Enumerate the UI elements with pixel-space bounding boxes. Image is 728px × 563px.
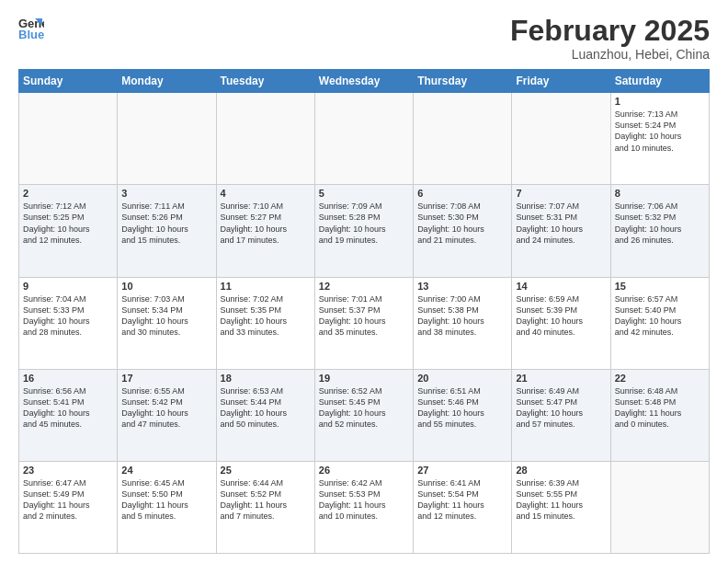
day-info: Sunrise: 6:57 AM Sunset: 5:40 PM Dayligh… — [615, 293, 705, 339]
table-row — [314, 93, 413, 185]
calendar-week-row: 23Sunrise: 6:47 AM Sunset: 5:49 PM Dayli… — [19, 461, 710, 553]
calendar-table: Sunday Monday Tuesday Wednesday Thursday… — [18, 69, 710, 554]
header-thursday: Thursday — [414, 70, 512, 93]
day-info: Sunrise: 7:07 AM Sunset: 5:31 PM Dayligh… — [516, 201, 606, 246]
header-monday: Monday — [118, 70, 216, 93]
day-info: Sunrise: 6:48 AM Sunset: 5:48 PM Dayligh… — [615, 385, 705, 431]
day-number: 5 — [319, 188, 409, 199]
day-number: 28 — [516, 465, 606, 476]
svg-text:Blue: Blue — [18, 28, 44, 40]
calendar-week-row: 1Sunrise: 7:13 AM Sunset: 5:24 PM Daylig… — [19, 93, 710, 185]
day-info: Sunrise: 6:59 AM Sunset: 5:39 PM Dayligh… — [516, 293, 606, 339]
day-number: 7 — [516, 188, 606, 199]
day-info: Sunrise: 6:53 AM Sunset: 5:44 PM Dayligh… — [221, 385, 311, 431]
table-row: 12Sunrise: 7:01 AM Sunset: 5:37 PM Dayli… — [314, 277, 413, 369]
table-row: 20Sunrise: 6:51 AM Sunset: 5:46 PM Dayli… — [414, 369, 512, 461]
day-info: Sunrise: 6:47 AM Sunset: 5:49 PM Dayligh… — [23, 477, 113, 523]
day-number: 14 — [516, 281, 606, 292]
title-block: February 2025 Luanzhou, Hebei, China — [510, 15, 710, 62]
day-number: 25 — [221, 465, 311, 476]
day-number: 9 — [23, 281, 113, 292]
day-number: 21 — [516, 373, 606, 384]
day-info: Sunrise: 6:56 AM Sunset: 5:41 PM Dayligh… — [23, 385, 113, 431]
table-row — [610, 461, 709, 553]
table-row: 19Sunrise: 6:52 AM Sunset: 5:45 PM Dayli… — [314, 369, 413, 461]
calendar-page: General Blue February 2025 Luanzhou, Heb… — [0, 0, 728, 563]
table-row: 25Sunrise: 6:44 AM Sunset: 5:52 PM Dayli… — [216, 461, 314, 553]
day-info: Sunrise: 7:13 AM Sunset: 5:24 PM Dayligh… — [615, 109, 705, 154]
table-row: 24Sunrise: 6:45 AM Sunset: 5:50 PM Dayli… — [118, 461, 216, 553]
day-number: 22 — [615, 373, 705, 384]
day-number: 4 — [221, 188, 311, 199]
table-row: 2Sunrise: 7:12 AM Sunset: 5:25 PM Daylig… — [19, 185, 118, 277]
day-info: Sunrise: 7:03 AM Sunset: 5:34 PM Dayligh… — [121, 293, 211, 339]
table-row: 21Sunrise: 6:49 AM Sunset: 5:47 PM Dayli… — [512, 369, 610, 461]
day-number: 11 — [221, 281, 311, 292]
table-row: 27Sunrise: 6:41 AM Sunset: 5:54 PM Dayli… — [414, 461, 512, 553]
table-row: 4Sunrise: 7:10 AM Sunset: 5:27 PM Daylig… — [216, 185, 314, 277]
table-row: 28Sunrise: 6:39 AM Sunset: 5:55 PM Dayli… — [512, 461, 610, 553]
logo-icon: General Blue — [18, 15, 44, 40]
day-number: 15 — [615, 281, 705, 292]
header-saturday: Saturday — [610, 70, 709, 93]
day-number: 12 — [319, 281, 409, 292]
day-info: Sunrise: 6:41 AM Sunset: 5:54 PM Dayligh… — [417, 477, 507, 523]
table-row — [414, 93, 512, 185]
table-row — [118, 93, 216, 185]
day-info: Sunrise: 7:11 AM Sunset: 5:26 PM Dayligh… — [121, 201, 211, 246]
day-info: Sunrise: 6:49 AM Sunset: 5:47 PM Dayligh… — [516, 385, 606, 431]
header: General Blue February 2025 Luanzhou, Heb… — [18, 15, 710, 62]
table-row — [512, 93, 610, 185]
table-row — [19, 93, 118, 185]
day-number: 27 — [417, 465, 507, 476]
table-row: 7Sunrise: 7:07 AM Sunset: 5:31 PM Daylig… — [512, 185, 610, 277]
month-title: February 2025 — [510, 15, 710, 47]
table-row: 3Sunrise: 7:11 AM Sunset: 5:26 PM Daylig… — [118, 185, 216, 277]
day-number: 13 — [417, 281, 507, 292]
day-number: 17 — [121, 373, 211, 384]
day-info: Sunrise: 7:02 AM Sunset: 5:35 PM Dayligh… — [221, 293, 311, 339]
table-row: 11Sunrise: 7:02 AM Sunset: 5:35 PM Dayli… — [216, 277, 314, 369]
table-row: 14Sunrise: 6:59 AM Sunset: 5:39 PM Dayli… — [512, 277, 610, 369]
day-info: Sunrise: 7:12 AM Sunset: 5:25 PM Dayligh… — [23, 201, 113, 246]
table-row: 6Sunrise: 7:08 AM Sunset: 5:30 PM Daylig… — [414, 185, 512, 277]
header-wednesday: Wednesday — [314, 70, 413, 93]
day-info: Sunrise: 7:06 AM Sunset: 5:32 PM Dayligh… — [615, 201, 705, 246]
day-number: 8 — [615, 188, 705, 199]
day-info: Sunrise: 6:45 AM Sunset: 5:50 PM Dayligh… — [121, 477, 211, 523]
day-number: 2 — [23, 188, 113, 199]
location: Luanzhou, Hebei, China — [510, 47, 710, 62]
day-number: 23 — [23, 465, 113, 476]
table-row: 26Sunrise: 6:42 AM Sunset: 5:53 PM Dayli… — [314, 461, 413, 553]
day-number: 18 — [221, 373, 311, 384]
day-info: Sunrise: 6:39 AM Sunset: 5:55 PM Dayligh… — [516, 477, 606, 523]
table-row: 18Sunrise: 6:53 AM Sunset: 5:44 PM Dayli… — [216, 369, 314, 461]
day-info: Sunrise: 7:09 AM Sunset: 5:28 PM Dayligh… — [319, 201, 409, 246]
logo: General Blue — [18, 15, 44, 40]
day-number: 10 — [121, 281, 211, 292]
day-info: Sunrise: 6:42 AM Sunset: 5:53 PM Dayligh… — [319, 477, 409, 523]
table-row: 23Sunrise: 6:47 AM Sunset: 5:49 PM Dayli… — [19, 461, 118, 553]
day-info: Sunrise: 7:10 AM Sunset: 5:27 PM Dayligh… — [221, 201, 311, 246]
table-row — [216, 93, 314, 185]
day-info: Sunrise: 6:55 AM Sunset: 5:42 PM Dayligh… — [121, 385, 211, 431]
table-row: 8Sunrise: 7:06 AM Sunset: 5:32 PM Daylig… — [610, 185, 709, 277]
day-number: 24 — [121, 465, 211, 476]
day-number: 16 — [23, 373, 113, 384]
day-number: 20 — [417, 373, 507, 384]
day-info: Sunrise: 6:44 AM Sunset: 5:52 PM Dayligh… — [221, 477, 311, 523]
table-row: 10Sunrise: 7:03 AM Sunset: 5:34 PM Dayli… — [118, 277, 216, 369]
calendar-week-row: 16Sunrise: 6:56 AM Sunset: 5:41 PM Dayli… — [19, 369, 710, 461]
header-tuesday: Tuesday — [216, 70, 314, 93]
table-row: 22Sunrise: 6:48 AM Sunset: 5:48 PM Dayli… — [610, 369, 709, 461]
calendar-week-row: 9Sunrise: 7:04 AM Sunset: 5:33 PM Daylig… — [19, 277, 710, 369]
table-row: 13Sunrise: 7:00 AM Sunset: 5:38 PM Dayli… — [414, 277, 512, 369]
table-row: 9Sunrise: 7:04 AM Sunset: 5:33 PM Daylig… — [19, 277, 118, 369]
day-number: 1 — [615, 96, 705, 107]
day-info: Sunrise: 6:51 AM Sunset: 5:46 PM Dayligh… — [417, 385, 507, 431]
weekday-header-row: Sunday Monday Tuesday Wednesday Thursday… — [19, 70, 710, 93]
table-row: 5Sunrise: 7:09 AM Sunset: 5:28 PM Daylig… — [314, 185, 413, 277]
day-number: 26 — [319, 465, 409, 476]
table-row: 15Sunrise: 6:57 AM Sunset: 5:40 PM Dayli… — [610, 277, 709, 369]
calendar-week-row: 2Sunrise: 7:12 AM Sunset: 5:25 PM Daylig… — [19, 185, 710, 277]
